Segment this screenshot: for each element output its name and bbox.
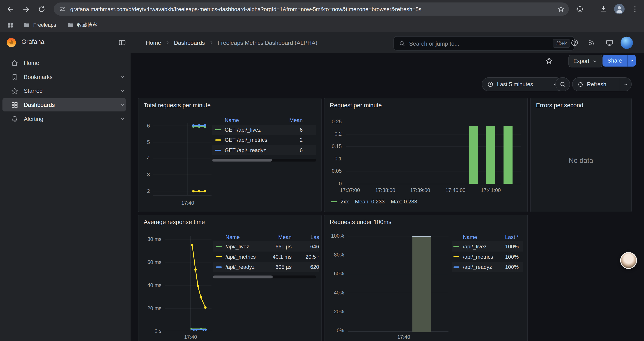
series-color-green [331, 201, 337, 202]
browser-back-button[interactable] [4, 3, 16, 15]
legend-header-mean[interactable]: Mean [278, 117, 302, 123]
sidebar-item-starred[interactable]: Starred [2, 84, 126, 97]
profile-avatar-icon [614, 3, 625, 15]
user-avatar[interactable] [620, 37, 633, 49]
extensions-button[interactable] [574, 3, 586, 15]
scrollbar-thumb[interactable] [213, 275, 273, 278]
gridline [348, 236, 448, 237]
sidebar-dashboards-expand[interactable] [119, 102, 126, 108]
legend-scrollbar[interactable] [212, 159, 316, 162]
browser-toolbar: Freeleaps 收藏博客 [0, 0, 644, 32]
panel-title[interactable]: Request per minute [330, 102, 382, 109]
y-tick-label: 2 [138, 188, 150, 194]
refresh-interval-button[interactable] [620, 78, 631, 91]
y-tick-label: 20 ms [138, 305, 161, 311]
time-range-label: Last 5 minutes [497, 81, 549, 87]
share-menu-button[interactable] [627, 55, 636, 67]
display-button[interactable] [606, 39, 614, 47]
refresh-button[interactable]: Refresh [572, 81, 620, 87]
legend-header-last[interactable]: Las [292, 234, 319, 240]
legend-row: GET /api/_readyz 6 [212, 145, 316, 155]
site-info-icon[interactable] [59, 5, 66, 13]
legend-header-mean[interactable]: Mean [268, 234, 292, 240]
url-input[interactable] [70, 3, 549, 16]
line-chart [153, 123, 212, 196]
series-name[interactable]: /api/_livez [226, 243, 268, 249]
browser-profile-button[interactable] [614, 3, 625, 15]
panel-title[interactable]: Average response time [144, 219, 205, 225]
legend-header-name[interactable]: Name [463, 234, 494, 240]
sidebar-item-label: Starred [24, 88, 43, 94]
panel-errors-per-second: Errors per second No data [530, 98, 632, 212]
search-placeholder: Search or jump to... [409, 40, 549, 47]
floating-assistant-avatar[interactable] [620, 252, 637, 269]
bookmark-folder-blogs[interactable]: 收藏博客 [64, 20, 101, 30]
panel-title[interactable]: Total requests per minute [144, 102, 211, 109]
series-name[interactable]: GET /api/_livez [225, 127, 278, 133]
panel-total-requests: Total requests per minute 6 5 4 3 2 17:4… [138, 98, 322, 212]
legend-scrollbar[interactable] [213, 275, 316, 278]
bar-100pct [412, 236, 431, 332]
breadcrumb-dashboards[interactable]: Dashboards [174, 39, 205, 46]
sidebar-starred-expand[interactable] [119, 88, 126, 94]
sidebar-item-dashboards[interactable]: Dashboards [2, 98, 126, 112]
dashboards-grid-icon [11, 101, 19, 109]
browser-menu-button[interactable] [629, 3, 641, 15]
legend-header-last[interactable]: Last * [494, 234, 518, 240]
panel-title[interactable]: Errors per second [536, 102, 583, 109]
chevron-right-icon [165, 40, 170, 45]
panel-title[interactable]: Requests under 100ms [330, 219, 392, 225]
sidebar-bookmarks-expand[interactable] [119, 74, 126, 80]
scrollbar-thumb[interactable] [212, 159, 272, 162]
sidebar-collapse-button[interactable] [118, 39, 126, 47]
series-name[interactable]: /api/_readyz [463, 264, 494, 270]
zoom-out-button[interactable] [555, 77, 570, 91]
browser-forward-button[interactable] [20, 3, 32, 15]
bookmark-folder-freeleaps[interactable]: Freeleaps [20, 20, 60, 30]
help-button[interactable] [570, 39, 579, 47]
legend-header-name[interactable]: Name [226, 234, 268, 240]
x-tick-label: 17:40 [181, 200, 194, 206]
folder-icon [67, 21, 74, 29]
bar-2xx [486, 126, 495, 184]
series-last: 20.5 r [292, 254, 319, 260]
apps-grid-button[interactable] [5, 21, 16, 29]
bookmark-star-icon[interactable] [558, 5, 565, 13]
series-name[interactable]: GET /api/_readyz [225, 147, 278, 153]
legend-table: Name Mean GET /api/_livez 6 GET /api/_me… [212, 116, 316, 165]
x-tick-label: 17:41:00 [481, 187, 501, 193]
breadcrumb-home[interactable]: Home [146, 39, 161, 46]
home-icon [11, 59, 19, 67]
series-name[interactable]: 2xx [340, 199, 349, 205]
export-button[interactable]: Export [568, 55, 602, 67]
series-max: Max: 0.233 [391, 199, 417, 205]
series-name[interactable]: GET /api/_metrics [225, 137, 278, 143]
downloads-button[interactable] [597, 3, 609, 15]
share-button[interactable]: Share [602, 55, 636, 67]
gridline [348, 274, 448, 274]
favorite-dashboard-button[interactable] [545, 57, 553, 65]
time-range-picker[interactable]: Last 5 minutes [482, 77, 563, 91]
address-bar[interactable] [54, 3, 569, 16]
sidebar-item-alerting[interactable]: Alerting [2, 112, 126, 126]
star-outline-icon [545, 57, 553, 65]
series-name[interactable]: /api/_metrics [226, 254, 268, 260]
series-color-green [216, 246, 222, 247]
browser-reload-button[interactable] [35, 3, 48, 15]
series-name[interactable]: /api/_livez [463, 243, 494, 249]
series-color-green [215, 129, 221, 130]
chevron-down-icon [592, 58, 598, 64]
series-name[interactable]: /api/_readyz [226, 264, 268, 270]
legend-header-name[interactable]: Name [225, 117, 278, 123]
grafana-logo[interactable] [6, 37, 17, 48]
search-icon [399, 40, 405, 47]
series-name[interactable]: /api/_metrics [463, 254, 494, 260]
sidebar-item-home[interactable]: Home [2, 56, 126, 70]
sidebar-alerting-expand[interactable] [119, 116, 126, 122]
news-button[interactable] [588, 39, 596, 47]
sidebar-item-bookmarks[interactable]: Bookmarks [2, 70, 126, 83]
refresh-label: Refresh [587, 81, 606, 87]
y-tick-label: 0.2 [324, 131, 342, 137]
search-bar[interactable]: Search or jump to... ⌘+k [394, 36, 574, 51]
series-last: 646 [292, 243, 319, 249]
